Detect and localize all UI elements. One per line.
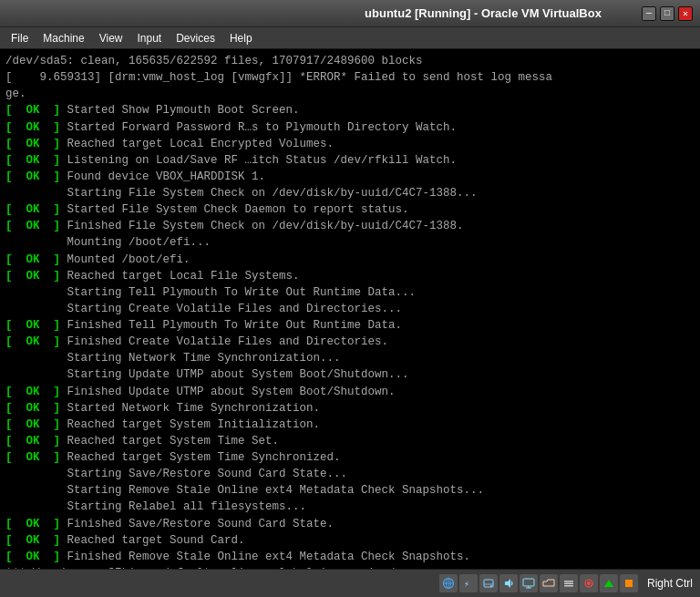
terminal-line: Starting Network Time Synchronization... xyxy=(5,350,695,366)
menu-item-help[interactable]: Help xyxy=(222,30,260,46)
menu-item-file[interactable]: File xyxy=(4,30,36,46)
window-controls: — □ ✕ xyxy=(642,6,693,21)
terminal-line: [ 9.659313] [drm:vmw_host_log [vmwgfx]] … xyxy=(5,69,695,86)
terminal-line: Starting File System Check on /dev/disk/… xyxy=(5,185,695,201)
minimize-button[interactable]: — xyxy=(642,6,656,21)
svg-rect-14 xyxy=(564,585,573,587)
status-icons: ⚡ xyxy=(439,574,638,592)
stop-icon[interactable] xyxy=(620,574,638,592)
terminal-line: Starting Save/Restore Sound Card State..… xyxy=(5,466,695,482)
network-icon[interactable] xyxy=(439,574,458,592)
terminal-line: [ OK ] Finished Remove Stale Online ext4… xyxy=(5,549,695,565)
terminal-line: [ OK ] Finished Tell Plymouth To Write O… xyxy=(5,317,695,334)
svg-point-7 xyxy=(490,585,492,587)
status-bar: ⚡ xyxy=(0,569,700,597)
terminal-output: /dev/sda5: clean, 165635/622592 files, 1… xyxy=(0,49,700,569)
terminal-line: Starting Create Volatile Files and Direc… xyxy=(5,301,695,317)
screen-icon[interactable] xyxy=(520,574,538,592)
terminal-line: [ OK ] Found device VBOX_HARDDISK 1. xyxy=(5,169,695,185)
terminal-line: [ OK ] Started File System Check Daemon … xyxy=(5,201,695,218)
settings-icon[interactable] xyxy=(560,574,578,592)
terminal-line: [ OK ] Reached target System Time Set. xyxy=(5,433,695,449)
svg-point-16 xyxy=(587,582,591,585)
menu-item-machine[interactable]: Machine xyxy=(36,30,91,46)
maximize-button[interactable]: □ xyxy=(660,6,674,21)
title-bar: ubuntu2 [Running] - Oracle VM VirtualBox… xyxy=(0,0,700,27)
menu-bar: FileMachineViewInputDevicesHelp xyxy=(0,27,700,49)
menu-item-view[interactable]: View xyxy=(92,30,130,46)
terminal-line: [ OK ] Reached target System Time Synchr… xyxy=(5,449,695,466)
record-icon[interactable] xyxy=(580,574,598,592)
terminal-line: [ OK ] Finished Update UTMP about System… xyxy=(5,384,695,400)
svg-marker-17 xyxy=(604,580,613,587)
terminal-line: [ OK ] Reached target Sound Card. xyxy=(5,532,695,549)
right-ctrl-label: Right Ctrl xyxy=(647,577,693,590)
terminal-line: Starting Update UTMP about System Boot/S… xyxy=(5,366,695,383)
terminal-line: Starting Remove Stale Online ext4 Metada… xyxy=(5,482,695,499)
audio-icon[interactable] xyxy=(499,574,518,592)
shared-folders-icon[interactable] xyxy=(540,574,558,592)
terminal-line: [ OK ] Reached target Local File Systems… xyxy=(5,268,695,284)
terminal-line: [ OK ] Reached target Local Encrypted Vo… xyxy=(5,136,695,152)
svg-text:⚡: ⚡ xyxy=(464,580,469,590)
speed-icon[interactable] xyxy=(600,574,618,592)
svg-rect-13 xyxy=(564,583,573,585)
svg-rect-12 xyxy=(564,581,573,582)
svg-rect-9 xyxy=(523,579,534,586)
window-title: ubuntu2 [Running] - Oracle VM VirtualBox xyxy=(324,6,642,20)
terminal-line: [ OK ] Started Show Plymouth Boot Screen… xyxy=(5,102,695,118)
terminal-line: [ OK ] Started Network Time Synchronizat… xyxy=(5,400,695,417)
terminal-line: [ OK ] Finished File System Check on /de… xyxy=(5,218,695,234)
usb-icon[interactable]: ⚡ xyxy=(459,574,478,592)
svg-marker-8 xyxy=(505,579,510,588)
terminal-line: Starting Relabel all filesystems... xyxy=(5,499,695,515)
terminal-line: [ OK ] Reached target System Initializat… xyxy=(5,417,695,433)
disk-icon[interactable] xyxy=(479,574,498,592)
terminal-line: ge. xyxy=(5,86,695,102)
close-button[interactable]: ✕ xyxy=(678,6,693,21)
terminal-line: [ OK ] Finished Create Volatile Files an… xyxy=(5,334,695,350)
terminal-line: [ OK ] Started Forward Password R…s to P… xyxy=(5,119,695,136)
terminal-line: [ OK ] Listening on Load/Save RF …itch S… xyxy=(5,152,695,169)
menu-item-input[interactable]: Input xyxy=(130,30,170,46)
menu-item-devices[interactable]: Devices xyxy=(169,30,222,46)
terminal-line: [ OK ] Finished Save/Restore Sound Card … xyxy=(5,516,695,532)
terminal-line: /dev/sda5: clean, 165635/622592 files, 1… xyxy=(5,53,695,69)
terminal-line: Mounting /boot/efi... xyxy=(5,234,695,251)
svg-rect-18 xyxy=(625,580,633,587)
terminal-line: [ OK ] Mounted /boot/efi. xyxy=(5,252,695,268)
terminal-line: Starting Tell Plymouth To Write Out Runt… xyxy=(5,284,695,301)
